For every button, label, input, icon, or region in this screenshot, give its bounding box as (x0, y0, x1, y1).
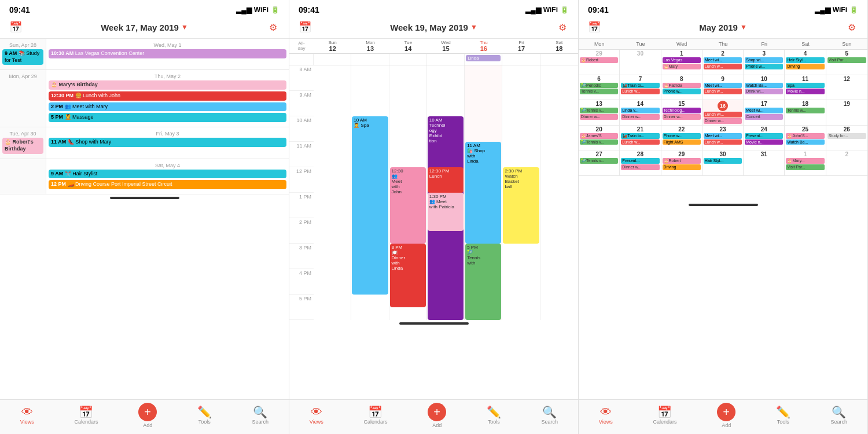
shop-linda-event-2[interactable]: 11 AM🛍️ ShopwithLinda (465, 142, 501, 244)
gear-btn-1[interactable]: ⚙ (266, 20, 281, 35)
tab-calendars-1[interactable]: 📅 Calendars (74, 406, 98, 425)
event-3-1[interactable]: 🎂 Robert's Birthday (2, 138, 43, 153)
cell-may30-3[interactable]: 30 Hair Styl... (703, 150, 744, 175)
cell-may11-3[interactable]: 11 Spa Movie n... (785, 75, 826, 100)
cell-may21-3[interactable]: 21 🚂Train to... Lunch w... (620, 126, 661, 150)
calendar-icon-1: 📅 (9, 21, 22, 34)
event-4-1[interactable]: 9 AM ✂️ Hair Stylist (49, 170, 286, 179)
cell-may16-3[interactable]: 16 Lunch wi... Dinner w... (703, 100, 744, 125)
dropdown-arrow-2: ▼ (470, 23, 477, 31)
col-wed-2[interactable]: Wed 15 (427, 39, 465, 53)
col-mon-2[interactable]: Mon 13 (351, 39, 389, 53)
cell-may8-3[interactable]: 8 🎂Patricia Phone w... (661, 75, 703, 100)
cell-may17-3[interactable]: 17 Meet wi... Concert (744, 100, 785, 125)
tab-views-2[interactable]: 👁 Views (310, 406, 323, 425)
tab-add-1[interactable]: + Add (138, 403, 157, 428)
col-thu-2[interactable]: Thu 16 (465, 39, 502, 53)
event-2-1[interactable]: 🎂 Mary's Birthday (49, 80, 286, 90)
cell-may15-3[interactable]: 15 Technolog... Dinner w... (661, 100, 703, 125)
left-date-1: Sun, Apr 28 9 AM 📚 Study for Test (0, 39, 46, 69)
week-title-1[interactable]: Week 17, May 2019 ▼ (101, 23, 188, 32)
month-week-4-3: 20 🎂James'S 🎾Tennis v... 21 🚂Train to...… (579, 126, 867, 151)
spa-event-2[interactable]: 10 AM💆 Spa (352, 116, 388, 295)
tab-add-2[interactable]: + Add (428, 403, 446, 428)
cell-may18-3[interactable]: 18 Tennis w... (785, 100, 826, 125)
tab-tools-3[interactable]: ✏️ Tools (776, 406, 790, 425)
tab-calendars-2[interactable]: 📅 Calendars (363, 406, 387, 425)
left-date-4 (0, 159, 46, 194)
basketball-event-2[interactable]: 2:30 PMWatchBasketball (503, 167, 539, 244)
cell-may27-3[interactable]: 27 🎾Tennis v... (579, 150, 620, 175)
status-icons-1: ▂▄▆ WiFi 🔋 (236, 6, 279, 14)
tab-calendars-3[interactable]: 📅 Calendars (653, 406, 676, 425)
calendar-icon-3: 📅 (588, 21, 601, 34)
search-label-2: Search (542, 419, 558, 425)
event-2-3[interactable]: 2 PM 👥 Meet with Mary (49, 102, 286, 112)
content-area-2: All-day Sun 12 Mon 13 Tue 14 Wed 15 Thu … (289, 39, 578, 320)
lunch-event-2[interactable]: 12:30 PM Lunch (428, 167, 464, 193)
col-sat-2[interactable]: Sat 18 (540, 39, 578, 53)
tab-tools-2[interactable]: ✏️ Tools (487, 406, 501, 425)
col-mon-events-2: 10 AM💆 Spa (351, 65, 389, 320)
calendar-icon-btn-3[interactable]: 📅 (587, 20, 602, 35)
col-sun-2[interactable]: Sun 12 (314, 39, 351, 53)
day-label-sat-3: Sat (785, 39, 826, 49)
cell-may14-3[interactable]: 14 Linda v... Dinner w... (620, 100, 661, 125)
cell-may25-3[interactable]: 25 🎂John'S... Watch Ba... (785, 126, 826, 150)
event-4-2[interactable]: 12 PM 🏎️ Driving Course Port Imperial St… (49, 180, 286, 189)
event-3-2[interactable]: 11 AM 👠 Shop with Mary (49, 138, 286, 147)
cell-may26-3[interactable]: 26 Study for... (826, 126, 867, 150)
month-title-3[interactable]: May 2019 ▼ (699, 23, 747, 32)
col-fri-2[interactable]: Fri 17 (502, 39, 540, 53)
tab-search-1[interactable]: 🔍 Search (252, 406, 269, 425)
tennis-event-2[interactable]: 5 PM🎾Tenniswith (465, 244, 501, 320)
gear-btn-3[interactable]: ⚙ (844, 20, 859, 35)
calendar-icon-btn-2[interactable]: 📅 (297, 20, 312, 35)
cell-may7-3[interactable]: 7 🚂Train to... Lunch w... (620, 75, 661, 100)
tab-tools-1[interactable]: ✏️ Tools (197, 406, 212, 425)
tab-add-3[interactable]: + Add (717, 403, 735, 428)
cell-may28-3[interactable]: 28 Present... Dinner w... (620, 150, 661, 175)
cell-may23-3[interactable]: 23 Meet wi... Lunch w... (703, 126, 744, 150)
cell-may20-3[interactable]: 20 🎂James'S 🎾Tennis v... (579, 126, 620, 150)
tab-bar-1: 👁 Views 📅 Calendars + Add ✏️ Tools 🔍 Sea… (0, 399, 289, 434)
cell-may22-3[interactable]: 22 Phone w... Flight AMS (661, 126, 703, 150)
cell-apr29-3[interactable]: 29 🎂Robert (579, 50, 620, 75)
calendar-icon-btn-1[interactable]: 📅 (8, 20, 23, 35)
tab-search-2[interactable]: 🔍 Search (542, 406, 558, 425)
event-2-4[interactable]: 5 PM 💆 Massage (49, 113, 286, 122)
col-tue-2[interactable]: Tue 14 (389, 39, 427, 53)
cell-may19-3[interactable]: 19 (826, 100, 867, 125)
cell-may6-3[interactable]: 6 🎾Periodic Tennis v... (579, 75, 620, 100)
cell-jun2-3[interactable]: 2 (826, 150, 867, 175)
week-title-2[interactable]: Week 19, May 2019 ▼ (390, 23, 477, 32)
col-fri-events-2: 2:30 PMWatchBasketball (502, 65, 540, 320)
cell-may2-3[interactable]: 2 Meet wi... Lunch w... (703, 50, 744, 75)
allday-linda-2[interactable]: Linda (465, 54, 502, 65)
cell-may13-3[interactable]: 13 🎾Tennis v... Dinner w... (579, 100, 620, 125)
event-1-2[interactable]: 10:30 AM Las Vegas Convention Center (49, 49, 286, 58)
meet-john-event-2[interactable]: 12:30👥MeetwithJohn (390, 167, 426, 244)
cell-may1-3[interactable]: 1 Las Vegas 🎂Mary (661, 50, 703, 75)
battery-icon-2: 🔋 (560, 6, 569, 14)
cell-may29-3[interactable]: 29 🎂Robert Driving (661, 150, 703, 175)
dinner-linda-event-2[interactable]: 3 PM🍽️DinnerwithLinda (390, 244, 426, 307)
gear-btn-2[interactable]: ⚙ (555, 20, 570, 35)
cell-may5-3[interactable]: 5 Visit Par... (826, 50, 867, 75)
tab-views-1[interactable]: 👁 Views (20, 406, 34, 425)
cell-may12-3[interactable]: 12 (826, 75, 867, 100)
event-2-2[interactable]: 12:30 PM 🍔 Lunch with John (49, 91, 286, 101)
cell-may9-3[interactable]: 9 Meet wi... Lunch w... (703, 75, 744, 100)
meet-patricia-event-2[interactable]: 1:30 PM👥 Meetwith Patricia (428, 193, 464, 231)
calendars-icon-3: 📅 (657, 406, 672, 418)
cell-may10-3[interactable]: 10 Watch Ba... Drink wi... (744, 75, 785, 100)
tab-views-3[interactable]: 👁 Views (599, 406, 613, 425)
tab-search-3[interactable]: 🔍 Search (831, 406, 848, 425)
cell-apr30-3[interactable]: 30 (620, 50, 661, 75)
cell-may3-3[interactable]: 3 Shop wi... Phone w... (744, 50, 785, 75)
cell-may31-3[interactable]: 31 (744, 150, 785, 175)
cell-may4-3[interactable]: 4 Hair Styl... Driving (785, 50, 826, 75)
cell-may24-3[interactable]: 24 Present... Movie n... (744, 126, 785, 150)
event-1-1[interactable]: 9 AM 📚 Study for Test (2, 49, 43, 65)
cell-jun1-3[interactable]: 1 🎂Mary... Visit Par... (785, 150, 826, 175)
